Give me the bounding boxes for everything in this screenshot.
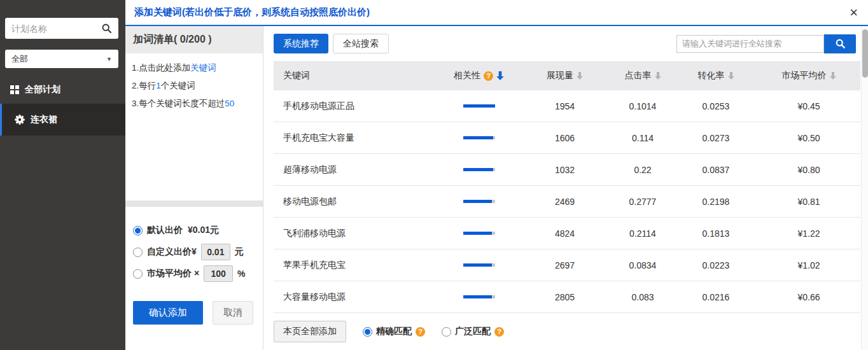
confirm-add-button[interactable]: 确认添加: [133, 301, 203, 325]
col-header-keyword: 关键词: [274, 70, 439, 81]
keyword-table-panel: 系统推荐 全站搜索: [263, 26, 868, 350]
plan-search-input[interactable]: [11, 24, 101, 34]
impressions-cell: 2805: [519, 292, 611, 302]
col-header-relevance[interactable]: 相关性 ?: [439, 70, 519, 81]
cancel-button[interactable]: 取消: [213, 301, 253, 325]
help-icon[interactable]: ?: [416, 327, 425, 337]
bid-option-unit: 元: [235, 246, 244, 258]
keyword-cell: 手机移动电源正品: [274, 101, 439, 112]
sort-desc-icon[interactable]: [830, 72, 836, 80]
match-option-exact[interactable]: 精确匹配 ?: [363, 326, 425, 337]
scrollbar-thumb[interactable]: [862, 29, 868, 78]
scrollbar-track[interactable]: [861, 26, 868, 350]
tab-system-recommend[interactable]: 系统推荐: [274, 34, 328, 53]
market-price-cell: ¥1.22: [757, 228, 860, 239]
keyword-search-button[interactable]: [824, 34, 856, 53]
cvr-cell: 0.2198: [675, 197, 757, 207]
add-list-header: 加词清单( 0/200 ): [125, 26, 263, 53]
ctr-cell: 0.083: [611, 292, 675, 302]
table-row[interactable]: 飞利浦移动电源 4824 0.2114 0.1813 ¥1.22: [274, 218, 860, 249]
grid-icon: [10, 85, 19, 94]
close-icon[interactable]: ×: [850, 6, 858, 20]
cvr-cell: 0.1813: [675, 228, 757, 239]
add-all-button[interactable]: 本页全部添加: [274, 321, 346, 342]
col-header-cvr[interactable]: 转化率: [675, 70, 757, 81]
bid-option-custom[interactable]: 自定义出价¥ 元: [133, 245, 263, 259]
cvr-cell: 0.0273: [675, 133, 757, 143]
keyword-cell: 飞利浦移动电源: [274, 228, 439, 239]
table-row[interactable]: 手机移动电源正品 1954 0.1014 0.0253 ¥0.45: [274, 90, 860, 122]
sort-desc-icon[interactable]: [577, 72, 583, 80]
sidebar: 全部 ▼ 全部计划: [0, 0, 125, 350]
market-price-cell: ¥0.81: [757, 197, 860, 207]
impressions-cell: 2697: [519, 260, 611, 270]
radio-exact-match[interactable]: [363, 327, 372, 337]
table-row[interactable]: 超薄移动电源 1032 0.22 0.0837 ¥0.80: [274, 154, 860, 186]
ctr-cell: 0.2114: [611, 228, 675, 239]
market-price-cell: ¥0.45: [757, 101, 860, 111]
radio-broad-match[interactable]: [442, 327, 451, 337]
impressions-cell: 1032: [519, 165, 611, 175]
search-icon: [835, 38, 846, 49]
ctr-cell: 0.2777: [611, 197, 675, 207]
bid-option-unit: %: [237, 269, 245, 279]
gear-icon: [15, 115, 25, 125]
keyword-search-input[interactable]: [676, 35, 824, 53]
market-price-cell: ¥1.02: [757, 260, 860, 270]
radio-default-bid[interactable]: [133, 226, 143, 235]
table-row[interactable]: 苹果手机充电宝 2697 0.0834 0.0223 ¥1.02: [274, 249, 860, 281]
cvr-cell: 0.0216: [675, 292, 757, 302]
plan-filter-value: 全部: [11, 53, 28, 65]
instruction-line: 3.每个关键词长度不超过50: [132, 95, 256, 113]
cvr-cell: 0.0837: [675, 165, 757, 175]
match-option-broad[interactable]: 广泛匹配 ?: [442, 326, 504, 337]
bid-option-value: ¥0.01元: [188, 225, 219, 236]
relevance-bar: [463, 104, 495, 108]
impressions-cell: 2469: [519, 197, 611, 207]
bid-option-market[interactable]: 市场平均价 × %: [133, 267, 263, 281]
impressions-cell: 1954: [519, 101, 611, 111]
market-price-cell: ¥0.80: [757, 165, 860, 175]
sort-desc-icon[interactable]: [655, 72, 661, 80]
sidebar-item-dress-plan[interactable]: 连衣裙: [0, 104, 125, 136]
plan-filter-select[interactable]: 全部 ▼: [5, 50, 118, 68]
sort-desc-icon-active[interactable]: [496, 71, 504, 80]
relevance-bar: [463, 168, 495, 171]
tab-site-search[interactable]: 全站搜索: [333, 34, 389, 53]
dialog-header: 添加关键词(若出价低于底价，则系统自动按照底价出价) ×: [125, 0, 868, 26]
bid-option-default[interactable]: 默认出价 ¥0.01元: [133, 223, 263, 237]
cvr-cell: 0.0223: [675, 260, 757, 270]
table-row[interactable]: 手机充电宝大容量 1606 0.114 0.0273 ¥0.50: [274, 122, 860, 154]
ctr-cell: 0.114: [611, 133, 675, 143]
search-icon[interactable]: [101, 23, 112, 34]
help-icon[interactable]: ?: [484, 71, 493, 81]
radio-market-bid[interactable]: [133, 269, 143, 279]
sidebar-item-all-plans[interactable]: 全部计划: [0, 78, 125, 102]
keyword-table: 关键词 相关性 ? 展现量 点击率: [274, 61, 860, 313]
match-option-label: 精确匹配: [376, 326, 412, 337]
bid-option-label: 默认出价: [147, 225, 183, 236]
table-row[interactable]: 移动电源包邮 2469 0.2777 0.2198 ¥0.81: [274, 186, 860, 218]
market-percent-input[interactable]: [204, 265, 233, 282]
match-option-label: 广泛匹配: [455, 326, 491, 337]
keyword-input-area[interactable]: 1.点击此处添加关键词 2.每行1个关键词 3.每个关键词长度不超过50: [125, 53, 263, 200]
sort-desc-icon[interactable]: [728, 72, 734, 80]
ctr-cell: 0.0834: [611, 260, 675, 270]
table-row[interactable]: 大容量移动电源 2805 0.083 0.0216 ¥0.66: [274, 281, 860, 313]
custom-bid-input[interactable]: [201, 244, 230, 260]
help-icon[interactable]: ?: [494, 327, 504, 337]
keyword-search-group: [676, 34, 856, 53]
sidebar-item-label: 连衣裙: [31, 114, 57, 125]
ctr-cell: 0.1014: [611, 101, 675, 111]
col-header-market-price[interactable]: 市场平均价: [757, 70, 860, 81]
instruction-line: 2.每行1个关键词: [132, 77, 256, 95]
radio-custom-bid[interactable]: [133, 248, 143, 257]
add-keywords-dialog: 添加关键词(若出价低于底价，则系统自动按照底价出价) × 加词清单( 0/200…: [125, 0, 868, 350]
keyword-cell: 移动电源包邮: [274, 196, 439, 207]
col-header-impressions[interactable]: 展现量: [519, 70, 611, 81]
col-header-ctr[interactable]: 点击率: [611, 70, 675, 81]
panel-divider: [125, 200, 263, 207]
relevance-bar: [463, 200, 495, 203]
relevance-bar: [463, 232, 495, 235]
sidebar-item-label: 全部计划: [25, 84, 60, 95]
